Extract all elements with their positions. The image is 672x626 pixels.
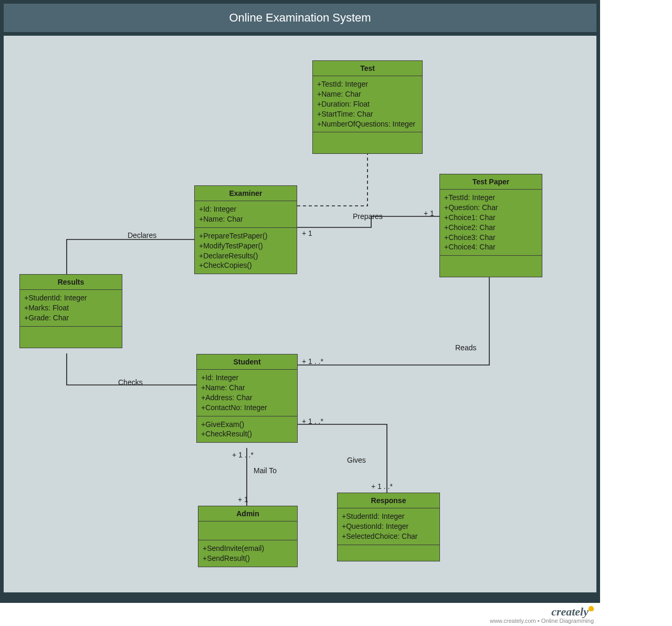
rel-prepares-m2: + 1 [424,209,434,217]
class-test-title: Test [313,61,422,76]
class-student-title: Student [197,354,297,370]
diagram-title-bar: Online Examination System [4,4,596,32]
class-testpaper-attrs: +TestId: Integer +Question: Char +Choice… [440,190,542,256]
rel-mailto-m1: + 1 . .* [232,451,254,459]
footer-attribution: creately www.creately.com • Online Diagr… [0,603,600,626]
class-examiner[interactable]: Examiner +Id: Integer +Name: Char +Prepa… [194,185,297,274]
diagram-canvas[interactable]: Declares Prepares + 1 + 1 Reads + 1 + 1 … [4,36,596,592]
class-results[interactable]: Results +StudentId: Integer +Marks: Floa… [19,274,122,348]
diagram-title: Online Examination System [229,11,371,25]
class-response-ops [338,545,439,561]
rel-reads-label: Reads [455,343,476,352]
rel-gives-m1: + 1 . .* [302,417,323,425]
diagram-frame: Online Examination System Declares Prepa… [0,0,600,603]
class-test-attrs: +TestId: Integer +Name: Char +Duration: … [313,76,422,132]
class-student-ops: +GiveExam() +CheckResult() [197,416,297,443]
rel-reads-m2: + 1 . .* [302,357,323,366]
class-student[interactable]: Student +Id: Integer +Name: Char +Addres… [196,354,298,443]
class-admin-attrs [198,521,297,540]
class-admin[interactable]: Admin +SendInvite(email) +SendResult() [198,506,298,567]
footer-sub: www.creately.com • Online Diagramming [0,618,594,624]
rel-mailto-label: Mail To [254,466,277,475]
lightbulb-icon [589,606,594,611]
class-test-ops [313,132,422,153]
class-results-attrs: +StudentId: Integer +Marks: Float +Grade… [20,290,122,327]
class-testpaper-ops [440,256,542,277]
class-student-attrs: +Id: Integer +Name: Char +Address: Char … [197,370,297,416]
class-test[interactable]: Test +TestId: Integer +Name: Char +Durat… [312,60,423,154]
class-admin-title: Admin [198,506,297,521]
rel-mailto-m2: + 1 [238,495,248,504]
rel-gives-label: Gives [347,456,366,464]
rel-declares-label: Declares [128,231,156,239]
class-response-title: Response [338,493,439,508]
class-response[interactable]: Response +StudentId: Integer +QuestionId… [337,493,440,561]
class-response-attrs: +StudentId: Integer +QuestionId: Integer… [338,508,439,545]
class-results-ops [20,327,122,348]
rel-prepares-m1: + 1 [302,229,312,237]
class-admin-ops: +SendInvite(email) +SendResult() [198,540,297,567]
class-testpaper[interactable]: Test Paper +TestId: Integer +Question: C… [439,174,542,277]
class-examiner-title: Examiner [195,186,297,201]
rel-checks-label: Checks [118,378,143,387]
footer-brand: creately [551,605,589,618]
class-examiner-attrs: +Id: Integer +Name: Char [195,201,297,228]
class-results-title: Results [20,275,122,290]
class-testpaper-title: Test Paper [440,174,542,190]
rel-prepares-label: Prepares [353,212,383,221]
rel-gives-m2: + 1 . .* [371,482,393,491]
class-examiner-ops: +PrepareTestPaper() +ModifyTestPaper() +… [195,228,297,274]
